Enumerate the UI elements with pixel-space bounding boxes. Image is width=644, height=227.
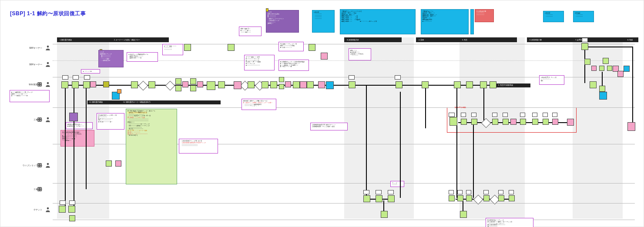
task-node[interactable]: [59, 206, 66, 213]
node-label[interactable]: [395, 75, 401, 80]
task-node[interactable]: [279, 77, 284, 82]
note-card[interactable]: 工事依頼 ★ノート■解約日 XX月 → 〜■解約月末 解約後 → 〜■解約月末 …: [421, 9, 469, 34]
note-card[interactable]: ※ 原復追加工事〜〜〜〜〜〜〜〜〜〜〜〜: [475, 9, 494, 22]
task-node[interactable]: [449, 117, 457, 126]
note-card[interactable]: [470, 9, 474, 34]
warning-node[interactable]: [103, 81, 109, 87]
node-label[interactable]: [520, 113, 525, 117]
annotation-note[interactable]: ■ 原状:解約チェック 〜 原状回復条件確認■ 〜〜 解約日下掲示方法話す〜〜■…: [278, 60, 309, 71]
system-node[interactable]: [326, 81, 334, 89]
task-node[interactable]: [457, 195, 463, 201]
task-node[interactable]: [543, 119, 549, 125]
task-node[interactable]: [131, 81, 138, 88]
task-node[interactable]: [248, 81, 255, 88]
task-node[interactable]: [388, 195, 395, 202]
task-node[interactable]: [520, 119, 526, 125]
annotation-note[interactable]: (1) 解約後:済み〜〜チェック(2) 原状回復:〜〜 (解約 〜 済 〜 チェ…: [486, 218, 533, 227]
node-label[interactable]: [483, 190, 489, 194]
task-node[interactable]: [599, 86, 605, 92]
node-label[interactable]: [498, 190, 503, 194]
task-node[interactable]: [532, 119, 538, 125]
task-node[interactable]: [218, 81, 225, 88]
task-node[interactable]: [471, 119, 477, 125]
task-node[interactable]: [483, 195, 490, 201]
task-node[interactable]: [376, 195, 382, 202]
annotation-note[interactable]: 受付内 19 ゼロ報告: [453, 106, 553, 110]
task-node[interactable]: [175, 85, 181, 91]
annotation-note[interactable]: 原状回復 (P. 済 : チェック)→ 〜〜〜〜〜 ←NG: [539, 75, 564, 85]
system-node[interactable]: [599, 92, 607, 100]
annotation-note[interactable]: メモ 5■解約受付 チェック・A:〜〜〜〜〜〜・B:〜〜〜〜〜〜・〜 〜 〜 確…: [98, 50, 124, 67]
node-label[interactable]: [492, 113, 497, 117]
annotation-note[interactable]: ▲ 〜〜 → 〜 ▶: [81, 69, 100, 73]
task-node[interactable]: [83, 81, 90, 88]
task-node-alt[interactable]: [567, 119, 574, 126]
task-node-alt[interactable]: [234, 81, 242, 89]
task-node[interactable]: [490, 81, 496, 88]
node-label[interactable]: [349, 75, 355, 80]
task-node[interactable]: [381, 211, 388, 218]
annotation-note[interactable]: オーナー連絡 〜〜〜〜〜〜〜〜〜〜〜〜〜〜〜: [162, 44, 183, 55]
task-node[interactable]: [603, 58, 609, 64]
task-node-alt[interactable]: [300, 81, 307, 88]
node-label[interactable]: [509, 190, 514, 194]
task-node[interactable]: [581, 43, 588, 50]
task-node[interactable]: [72, 81, 79, 88]
annotation-note[interactable]: オーナー連絡 〜〜 必須■ 〜〜 〜〜〜 チェック■ 〜〜 〜〜〜 チェック■ …: [244, 55, 275, 70]
task-node-alt[interactable]: [115, 160, 121, 167]
task-node[interactable]: [190, 78, 196, 84]
task-node[interactable]: [69, 215, 75, 221]
annotation-note[interactable]: 日上連絡 〜〜チェック 〜済解約〜〜〜〜〜 (〜日前)■〜原状〜〜〜 ← 〜: [278, 42, 304, 51]
node-label[interactable]: [376, 190, 382, 194]
system-node[interactable]: [624, 66, 630, 72]
task-node[interactable]: [461, 119, 467, 125]
task-node[interactable]: [175, 78, 181, 84]
annotation-note[interactable]: (1)【受付確認】下記条件チェック・送付ルール・解約受付 YYYY/MM/DD …: [126, 109, 177, 184]
node-label[interactable]: [461, 113, 466, 117]
note-card[interactable]: メモ 6解約に関する注意点A: 〜〜〜〜〜B: 〜〜〜〜〜・解約チェック アドバ…: [266, 10, 299, 33]
task-node[interactable]: [279, 84, 284, 89]
task-node[interactable]: [466, 81, 473, 88]
annotation-note[interactable]: 解約〜連絡 書〜■〜 →〜〜 ■〜〜〜〜〜 依頼 〜〜: [239, 27, 262, 36]
node-label[interactable]: [552, 113, 557, 117]
task-node[interactable]: [190, 85, 196, 91]
node-label[interactable]: [503, 113, 508, 117]
note-card[interactable]: 回収連絡:・〜〜〜〜〜・〜〜〜〜〜: [573, 11, 594, 22]
node-label[interactable]: [73, 75, 79, 80]
task-node[interactable]: [607, 66, 612, 71]
annotation-note[interactable]: チェック〜〜〜〜: [390, 181, 404, 187]
task-node-alt[interactable]: [318, 81, 325, 88]
task-node[interactable]: [460, 211, 467, 218]
decision-gateway[interactable]: [165, 81, 175, 91]
node-label[interactable]: [62, 75, 68, 80]
node-label[interactable]: [69, 200, 75, 205]
node-label[interactable]: [449, 190, 454, 194]
task-node[interactable]: [228, 44, 235, 51]
task-node[interactable]: [466, 195, 472, 201]
annotation-note[interactable]: ・原状回復依頼 チェック A 〜 ■〜済・原状回復依頼 解約後 A〜B 必須チェ…: [179, 139, 218, 154]
task-node[interactable]: [590, 81, 597, 88]
task-node[interactable]: [396, 81, 402, 88]
node-label[interactable]: [449, 113, 455, 117]
task-node-alt[interactable]: [591, 66, 597, 71]
node-label[interactable]: [84, 75, 90, 80]
annotation-note[interactable]: ▲ 初回チェック A 解約対応ルール・■解約 7日以内〜〜〜〜・■解約 対応 〜…: [127, 52, 158, 62]
task-node-alt[interactable]: [285, 81, 291, 87]
task-node[interactable]: [363, 195, 370, 202]
annotation-note[interactable]: (1) 解約書類 チェック A.〜〜済■〜〜〜〜〜〜■ オーナー 〜〜〜〜〜〜(…: [97, 113, 124, 130]
task-node[interactable]: [503, 119, 509, 125]
task-node[interactable]: [449, 195, 455, 201]
task-node[interactable]: [349, 81, 356, 88]
node-label[interactable]: [466, 190, 471, 194]
task-node[interactable]: [184, 44, 191, 51]
reference-node[interactable]: [69, 113, 78, 121]
task-node-alt[interactable]: [510, 119, 517, 125]
node-label[interactable]: [543, 113, 548, 117]
task-node[interactable]: [454, 81, 461, 88]
annotation-note[interactable]: 解約依頼・解約チェックA■〜済 (ルール)■ 〜必須チェック 解約〜 必須チェッ…: [242, 99, 276, 110]
diagram-canvas[interactable]: [SBP] 1-1 解約〜原状回復工事 1. 解約受付確認2. オーナーへの追知…: [0, 0, 644, 227]
task-node[interactable]: [106, 160, 112, 167]
task-node[interactable]: [480, 81, 487, 88]
task-node[interactable]: [498, 195, 504, 201]
task-node[interactable]: [599, 66, 604, 71]
